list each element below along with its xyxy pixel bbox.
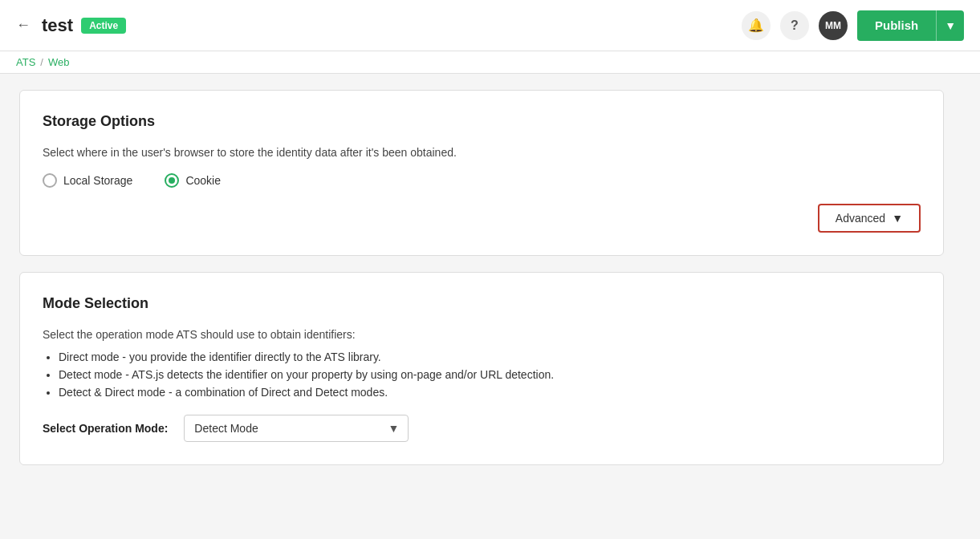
local-storage-option[interactable]: Local Storage	[43, 173, 132, 188]
select-wrapper: Detect Mode Direct Mode Detect & Direct …	[184, 415, 409, 442]
list-item: Detect & Direct mode - a combination of …	[59, 386, 921, 399]
advanced-icon: ▼	[892, 212, 903, 225]
list-item: Direct mode - you provide the identifier…	[59, 351, 921, 363]
advanced-button[interactable]: Advanced ▼	[818, 204, 921, 233]
notification-button[interactable]: 🔔	[742, 11, 771, 40]
local-storage-radio[interactable]	[43, 173, 57, 188]
header: ← test Active 🔔 ? MM Publish ▼	[0, 0, 980, 51]
operation-mode-select[interactable]: Detect Mode Direct Mode Detect & Direct …	[184, 415, 409, 442]
status-badge: Active	[81, 18, 126, 34]
breadcrumb-ats[interactable]: ATS	[16, 56, 35, 68]
storage-radio-group: Local Storage Cookie	[43, 173, 921, 188]
cookie-label: Cookie	[185, 174, 221, 187]
publish-dropdown-icon: ▼	[945, 19, 956, 32]
cookie-radio[interactable]	[165, 173, 179, 188]
breadcrumb: ATS / Web	[0, 51, 980, 74]
avatar-button[interactable]: MM	[819, 11, 848, 40]
list-item: Detect mode - ATS.js detects the identif…	[59, 368, 921, 381]
publish-dropdown-button[interactable]: ▼	[936, 10, 964, 41]
cookie-option[interactable]: Cookie	[165, 173, 221, 188]
select-operation-mode-label: Select Operation Mode:	[43, 422, 168, 435]
help-button[interactable]: ?	[780, 11, 809, 40]
app-title: test	[42, 15, 73, 36]
storage-options-description: Select where in the user's browser to st…	[43, 146, 921, 159]
notification-icon: 🔔	[748, 18, 764, 33]
publish-button[interactable]: Publish	[857, 10, 936, 41]
mode-selection-title: Mode Selection	[43, 295, 921, 312]
breadcrumb-separator: /	[40, 56, 43, 68]
breadcrumb-web[interactable]: Web	[48, 56, 70, 68]
main-content: Storage Options Select where in the user…	[0, 74, 963, 497]
advanced-label: Advanced	[836, 212, 885, 225]
back-arrow-icon[interactable]: ←	[16, 17, 30, 34]
header-right: 🔔 ? MM Publish ▼	[742, 10, 964, 41]
mode-select-row: Select Operation Mode: Detect Mode Direc…	[43, 415, 921, 442]
mode-description: Select the operation mode ATS should use…	[43, 328, 921, 341]
storage-options-card: Storage Options Select where in the user…	[19, 90, 944, 256]
storage-options-title: Storage Options	[43, 113, 921, 130]
header-left: ← test Active	[16, 15, 126, 36]
publish-group: Publish ▼	[857, 10, 964, 41]
mode-selection-card: Mode Selection Select the operation mode…	[19, 272, 944, 465]
local-storage-label: Local Storage	[63, 174, 132, 187]
mode-list: Direct mode - you provide the identifier…	[59, 351, 921, 399]
advanced-area: Advanced ▼	[43, 204, 921, 233]
help-icon: ?	[791, 18, 799, 33]
